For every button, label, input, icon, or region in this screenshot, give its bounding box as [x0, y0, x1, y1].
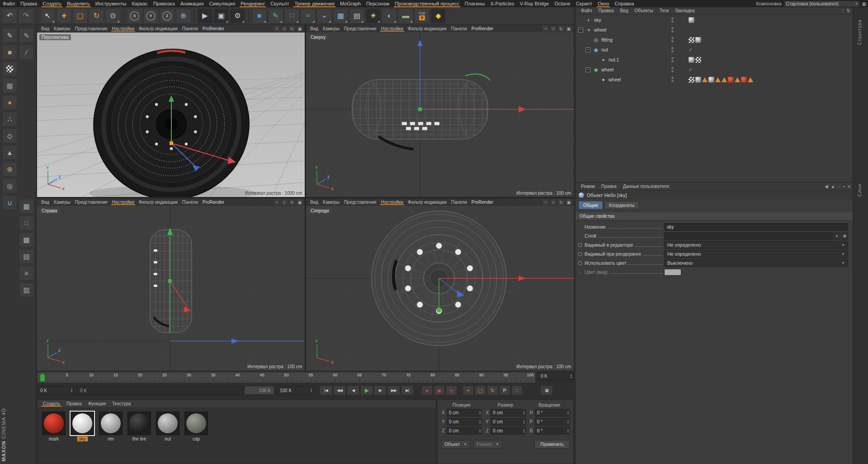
goto-start-button[interactable]: |◀	[320, 385, 332, 395]
attribute-section-header[interactable]: Общие свойства	[576, 212, 853, 220]
stepper-arrows-icon[interactable]: ▴▾	[479, 429, 481, 433]
menubar-item[interactable]: Файл	[0, 0, 18, 7]
keyframe-circle-icon[interactable]	[578, 261, 582, 265]
tri-tag[interactable]	[748, 77, 753, 82]
position-field[interactable]: 0 cm▴▾	[447, 409, 481, 417]
object-menu-item[interactable]: Теги	[656, 8, 672, 13]
next-frame-button[interactable]: ▶	[374, 385, 387, 395]
lock-y-button[interactable]: Y	[143, 9, 158, 23]
zoom-view-icon[interactable]: ◊	[281, 26, 288, 32]
record-pla-button[interactable]: ∷	[511, 385, 523, 395]
viewport-menu-item[interactable]: Камеры	[52, 200, 73, 205]
keyframe-circle-icon[interactable]	[578, 252, 582, 256]
viewport-menu-item[interactable]: Представление	[73, 200, 110, 205]
tab-Координаты[interactable]: Координаты	[604, 201, 639, 209]
mograph-cloner-button[interactable]: ∷	[284, 9, 299, 23]
points-mode-button[interactable]: ∴	[2, 112, 17, 127]
rotation-field[interactable]: 0 °▴▾	[535, 418, 570, 426]
editor-visibility-dot[interactable]	[671, 47, 674, 49]
sculpt-brush-button[interactable]: ✎	[19, 28, 34, 43]
snap-button[interactable]: ∪	[2, 195, 17, 210]
rotate-view-icon[interactable]: ↻	[558, 26, 564, 32]
lock-icon[interactable]: ▪	[844, 184, 845, 189]
enabled-check-icon[interactable]: ✓	[689, 47, 693, 53]
menubar-item[interactable]: V-Ray Bridge	[517, 0, 552, 7]
rotate-view-icon[interactable]: ↻	[289, 199, 295, 205]
object-menu-item[interactable]: Закладка	[672, 8, 698, 13]
viewport-menu-item[interactable]: Камеры	[321, 200, 342, 205]
zoom-view-icon[interactable]: ◊	[550, 26, 557, 32]
material-thumbnail[interactable]	[156, 412, 179, 435]
menubar-item[interactable]: Скрипт	[573, 0, 595, 7]
viewport-menu-item[interactable]: Вид	[308, 200, 321, 205]
size-field[interactable]: 0 cm▴▾	[491, 418, 525, 426]
menubar-item[interactable]: Правка	[18, 0, 40, 7]
render-visibility-dot[interactable]	[671, 60, 674, 62]
top-canvas[interactable]: Y Z X Сверху Интервал растра : 100 cm	[306, 33, 574, 197]
material-item[interactable]: rim	[98, 412, 123, 441]
perspective-canvas[interactable]: Y Z X Перспектива Интервал растра : 1000…	[37, 33, 305, 197]
stepper-arrows-icon[interactable]: ▴▾	[479, 420, 481, 424]
toggle-view-icon[interactable]: ▣	[297, 199, 303, 205]
menubar-item[interactable]: Рендеринг	[238, 0, 268, 7]
tab-Общие[interactable]: Общие	[579, 201, 603, 209]
make-editable-button[interactable]: ✎	[2, 28, 17, 43]
up-icon[interactable]: ▲	[831, 184, 835, 189]
name-field[interactable]: sky	[664, 223, 848, 231]
object-menu-item[interactable]: Правка	[595, 8, 617, 13]
light-button[interactable]: ☀	[366, 9, 381, 23]
material-menu-item[interactable]: Функция	[85, 401, 109, 406]
solo-mode-button[interactable]: ◎	[2, 178, 17, 193]
record-position-button[interactable]: +	[462, 385, 474, 395]
menubar-item[interactable]: Octane	[552, 0, 573, 7]
material-thumbnail[interactable]	[184, 412, 208, 435]
viewport-menu-item[interactable]: Вид	[39, 26, 52, 31]
menubar-item[interactable]: Привязка	[151, 0, 178, 7]
rotation-field[interactable]: 0 °▴▾	[535, 409, 570, 417]
viewport-menu-item[interactable]: ProRender	[469, 200, 495, 205]
material-thumbnail[interactable]	[71, 412, 94, 435]
menubar-item[interactable]: Трекер движения	[292, 0, 337, 7]
front-canvas[interactable]: Y X Спереди Интервал растра : 100 cm	[306, 206, 574, 370]
viewport-menu-item[interactable]: Представление	[342, 26, 379, 31]
viewport-menu-item[interactable]: Камеры	[321, 26, 342, 31]
position-field[interactable]: 0 cm▴▾	[447, 427, 481, 435]
material-thumbnail[interactable]	[42, 412, 66, 435]
visibility-dots[interactable]	[671, 57, 674, 62]
psr-reset-button[interactable]: PSR0	[415, 9, 429, 23]
menubar-item[interactable]: X-Particles	[487, 0, 517, 7]
size-field[interactable]: 0 cm▴▾	[491, 409, 525, 417]
lock-z-button[interactable]: Z	[160, 9, 175, 23]
viewport-menu-item[interactable]: Фильтр индикации	[406, 26, 449, 31]
sort-icon[interactable]: ⇅	[847, 8, 850, 13]
red-tag[interactable]	[728, 77, 734, 83]
render-settings-button[interactable]: ⚙	[230, 9, 245, 23]
object-row[interactable]: ◐sky	[576, 15, 853, 25]
viewport-menu-item[interactable]: Настройки	[379, 26, 406, 31]
material-menu-item[interactable]: Правка	[63, 401, 85, 406]
viewport-menu-item[interactable]: Камеры	[52, 26, 73, 31]
tri-tag[interactable]	[722, 77, 727, 82]
record-parameter-button[interactable]: P	[499, 385, 510, 395]
floor-button[interactable]: ▬	[398, 9, 413, 23]
viewport-menu-item[interactable]: ProRender	[200, 26, 226, 31]
layout-grid-icon[interactable]: ▦	[862, 1, 866, 6]
autokeying-button[interactable]: ◉	[434, 385, 445, 395]
menubar-item[interactable]: Создать	[40, 0, 64, 7]
right-canvas[interactable]: Y Z X Справа Интервал растра : 100 cm	[37, 206, 305, 370]
visibility-dots[interactable]	[671, 47, 674, 52]
last-tool-button[interactable]: ⊙	[105, 9, 120, 23]
array-grid-button[interactable]: ▦	[19, 199, 34, 214]
object-row[interactable]: ●nut.1	[576, 55, 853, 65]
viewport-menu-item[interactable]: Настройки	[110, 200, 137, 205]
material-item[interactable]: mark	[41, 412, 66, 441]
object-menu-item[interactable]: Объекты	[631, 8, 656, 13]
render-visibility-dot[interactable]	[671, 80, 674, 82]
pan-view-icon[interactable]: +	[274, 26, 280, 32]
viewport-menu-item[interactable]: Фильтр индикации	[406, 200, 449, 205]
object-mode-button[interactable]: ●	[2, 95, 17, 110]
enabled-check-icon[interactable]: ✓	[689, 67, 693, 73]
dock-tab[interactable]: Структура	[857, 19, 862, 45]
toggle-view-icon[interactable]: ▣	[566, 26, 572, 32]
render-visibility-dot[interactable]	[671, 40, 674, 42]
